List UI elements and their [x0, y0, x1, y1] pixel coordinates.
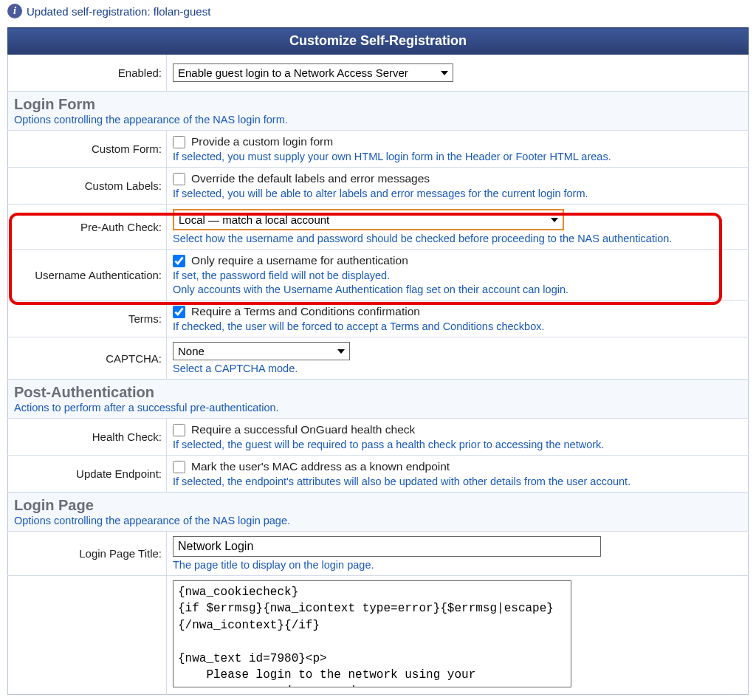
custom-form-label: Custom Form:: [8, 131, 167, 168]
terms-checkbox[interactable]: [173, 306, 185, 318]
terms-help: If checked, the user will be forced to a…: [173, 320, 742, 332]
info-icon: i: [7, 4, 22, 18]
login-body-textarea[interactable]: [173, 580, 571, 687]
panel-title: Customize Self-Registration: [8, 28, 749, 55]
enabled-label: Enabled:: [8, 55, 167, 92]
endpoint-checkbox[interactable]: [173, 461, 185, 473]
login-page-desc: Options controlling the appearance of th…: [14, 515, 742, 526]
login-title-input[interactable]: [173, 536, 601, 557]
username-auth-cb-label: Only require a username for authenticati…: [191, 254, 408, 267]
login-page-heading: Login Page: [14, 497, 742, 514]
custom-form-checkbox[interactable]: [173, 136, 185, 148]
custom-labels-checkbox[interactable]: [173, 173, 185, 185]
preauth-select[interactable]: Local — match a local account: [173, 209, 564, 230]
login-title-help: The page title to display on the login p…: [173, 559, 742, 571]
health-label: Health Check:: [8, 419, 167, 456]
config-table: Customize Self-Registration Enabled: Ena…: [7, 27, 749, 695]
username-auth-help2: Only accounts with the Username Authenti…: [173, 284, 742, 295]
status-message: Updated self-registration: flolan-guest: [27, 5, 210, 18]
endpoint-help: If selected, the endpoint's attributes w…: [173, 476, 742, 487]
login-title-label: Login Page Title:: [8, 532, 167, 576]
enabled-select[interactable]: Enable guest login to a Network Access S…: [173, 64, 453, 82]
username-auth-help1: If set, the password field will not be d…: [173, 270, 742, 281]
custom-labels-help: If selected, you will be able to alter l…: [173, 188, 742, 199]
health-checkbox[interactable]: [173, 424, 185, 436]
captcha-label: CAPTCHA:: [8, 337, 167, 380]
endpoint-cb-label: Mark the user's MAC address as a known e…: [191, 460, 450, 473]
preauth-help: Select how the username and password sho…: [173, 233, 742, 244]
login-body-label: [8, 576, 167, 695]
custom-labels-label: Custom Labels:: [8, 168, 167, 205]
preauth-label: Pre-Auth Check:: [8, 205, 167, 250]
health-cb-label: Require a successful OnGuard health chec…: [191, 423, 415, 436]
post-auth-heading: Post-Authentication: [14, 384, 742, 401]
terms-label: Terms:: [8, 301, 167, 337]
post-auth-desc: Actions to perform after a successful pr…: [14, 402, 742, 414]
custom-form-cb-label: Provide a custom login form: [191, 135, 333, 148]
custom-labels-cb-label: Override the default labels and error me…: [191, 172, 430, 185]
captcha-help: Select a CAPTCHA mode.: [173, 363, 742, 374]
username-auth-label: Username Authentication:: [8, 250, 167, 301]
endpoint-label: Update Endpoint:: [8, 456, 167, 493]
login-form-heading: Login Form: [14, 96, 742, 113]
terms-cb-label: Require a Terms and Conditions confirmat…: [191, 305, 420, 318]
custom-form-help: If selected, you must supply your own HT…: [173, 151, 742, 162]
login-form-desc: Options controlling the appearance of th…: [14, 114, 742, 126]
captcha-select[interactable]: None: [173, 342, 350, 360]
username-auth-checkbox[interactable]: [173, 255, 185, 267]
health-help: If selected, the guest will be required …: [173, 439, 742, 450]
